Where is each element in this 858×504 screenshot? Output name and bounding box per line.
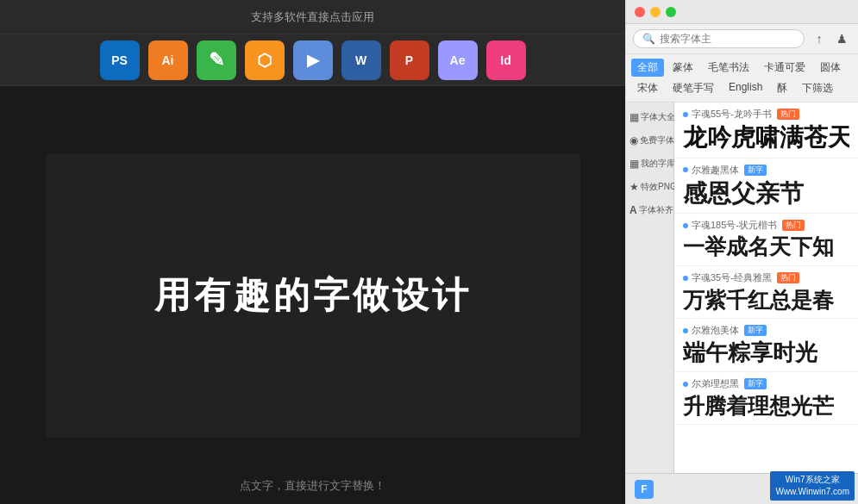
font-name-2: 字魂185号-状元楷书 [692,219,777,232]
font-name-3: 字魂35号-经典雅黑 [692,271,772,284]
app-icons-row: PS Ai ✎ ⬡ ▶ W P Ae Id [0,34,625,86]
font-name-1: 尔雅趣黑体 [692,164,739,177]
id-icon[interactable]: Id [486,40,526,80]
tab-filter[interactable]: 下筛选 [796,79,839,97]
tab-cartoon[interactable]: 卡通可爱 [758,59,811,77]
tab-round[interactable]: 圆体 [814,59,847,77]
font-dot-3 [683,276,688,281]
font-preview-2: 一举成名天下知 [683,234,849,260]
title-bar [626,0,858,24]
sidebar-item-label: 字体大全 [641,111,675,123]
sidebar-item-special-png[interactable]: ★ 特效PNG [626,176,673,198]
sidebar-item-label: 免费字体 [640,134,674,146]
close-button[interactable] [635,7,645,17]
tab-all[interactable]: 全部 [631,59,664,77]
sidebar-item-label: 字体补齐 [639,204,673,216]
canvas-area: 用有趣的字做设计 点文字，直接进行文字替换！ [0,86,625,504]
tab-maobi[interactable]: 毛笔书法 [702,59,755,77]
canvas-content[interactable]: 用有趣的字做设计 [46,153,580,438]
watermark-box: Win7系统之家 Www.Winwin7.com [770,471,855,501]
watermark-line1: Win7系统之家 [775,474,849,486]
font-item-4[interactable]: 尔雅泡美体 新字 端午粽享时光 [674,319,858,372]
sidebar-item-label: 我的字库 [641,158,675,170]
sidebar-nav: ▦ 字体大全 ◉ 免费字体 ▦ 我的字库 ★ 特效PNG A 字体补齐 [626,103,674,473]
font-library-icon: ▦ [629,111,639,123]
font-item-header-1: 尔雅趣黑体 新字 [683,164,849,177]
font-item-3[interactable]: 字魂35号-经典雅黑 热门 万紫千红总是春 [674,266,858,319]
font-tag-3: 热门 [777,272,799,283]
font-dot-5 [683,382,688,387]
search-icon: 🔍 [642,33,655,45]
font-item-header-0: 字魂55号-龙吟手书 热门 [683,108,849,121]
font-tag-2: 热门 [782,220,805,231]
my-fonts-icon: ▦ [629,158,639,170]
font-item-header-5: 尔弟理想黑 新字 [683,377,849,390]
word-icon[interactable]: W [341,40,381,80]
font-item-0[interactable]: 字魂55号-龙吟手书 热门 龙吟虎啸满苍天 [674,103,858,159]
font-item-header-4: 尔雅泡美体 新字 [683,324,849,337]
font-tag-1: 新字 [744,165,767,176]
sketch-icon[interactable]: ⬡ [245,40,285,80]
font-preview-4: 端午粽享时光 [683,339,849,366]
special-png-icon: ★ [629,181,639,193]
supplement-icon: A [629,204,637,216]
font-preview-0: 龙吟虎啸满苍天 [683,123,849,152]
right-panel: 🔍 ↑ ♟ 全部 篆体 毛笔书法 卡通可爱 圆体 宋体 硬笔手写 English… [625,0,858,504]
top-bar: 支持多软件直接点击应用 [0,0,625,34]
font-preview-3: 万紫千红总是春 [683,287,849,313]
upload-icon[interactable]: ↑ [810,29,829,48]
font-tag-0: 热门 [777,109,799,120]
font-name-4: 尔雅泡美体 [692,324,739,337]
bottom-logo[interactable]: F [635,480,654,499]
font-item-2[interactable]: 字魂185号-状元楷书 热门 一举成名天下知 [674,214,858,266]
keynote-icon[interactable]: ▶ [293,40,333,80]
ae-icon[interactable]: Ae [438,40,478,80]
watermark: Win7系统之家 Www.Winwin7.com [770,471,855,501]
font-dot-4 [683,328,688,333]
ppt-icon[interactable]: P [390,40,429,80]
category-tabs: 全部 篆体 毛笔书法 卡通可爱 圆体 宋体 硬笔手写 English 酥 下筛选 [626,54,858,103]
font-preview-1: 感恩父亲节 [683,179,849,208]
search-input[interactable] [660,33,795,45]
font-name-0: 字魂55号-龙吟手书 [692,108,772,121]
font-dot-0 [683,112,688,117]
main-area: 支持多软件直接点击应用 PS Ai ✎ ⬡ ▶ W P Ae Id [0,0,625,504]
watermark-line2: Www.Winwin7.com [775,486,849,498]
header-icons: ↑ ♟ [810,29,851,48]
tab-zhuan[interactable]: 篆体 [667,59,699,77]
sidebar-item-my-fonts[interactable]: ▦ 我的字库 [626,152,673,175]
font-dot-2 [683,223,688,228]
free-fonts-icon: ◉ [629,134,638,146]
font-tag-5: 新字 [744,378,767,389]
font-dot-1 [683,167,688,172]
sidebar-item-font-library[interactable]: ▦ 字体大全 [626,106,673,128]
font-item-header-2: 字魂185号-状元楷书 热门 [683,219,849,232]
font-name-5: 尔弟理想黑 [692,377,739,390]
font-item-1[interactable]: 尔雅趣黑体 新字 感恩父亲节 [674,159,858,215]
font-list: 字魂55号-龙吟手书 热门 龙吟虎啸满苍天 尔雅趣黑体 新字 感恩父亲节 字魂1… [674,103,858,473]
tab-other[interactable]: 酥 [771,79,793,97]
note-icon[interactable]: ✎ [197,40,236,80]
ps-icon[interactable]: PS [100,40,140,80]
sidebar-item-free-fonts[interactable]: ◉ 免费字体 [626,129,673,152]
sidebar-item-label: 特效PNG [641,181,677,193]
tab-english[interactable]: English [723,79,768,97]
tab-song[interactable]: 宋体 [631,79,664,97]
canvas-main-text: 用有趣的字做设计 [154,271,472,320]
minimize-button[interactable] [650,7,661,17]
search-bar: 🔍 ↑ ♟ [626,24,858,54]
maximize-button[interactable] [666,7,676,17]
font-item-5[interactable]: 尔弟理想黑 新字 升腾着理想光芒 [674,372,858,425]
font-tag-4: 新字 [744,325,767,336]
font-item-header-3: 字魂35号-经典雅黑 热门 [683,271,849,284]
tab-handwrite[interactable]: 硬笔手写 [667,79,720,97]
top-bar-text: 支持多软件直接点击应用 [251,9,374,25]
bottom-hint-text: 点文字，直接进行文字替换！ [240,478,385,494]
sidebar-item-supplement[interactable]: A 字体补齐 [626,199,673,221]
ai-icon[interactable]: Ai [148,40,188,80]
font-preview-5: 升腾着理想光芒 [683,393,849,419]
user-icon[interactable]: ♟ [832,29,851,48]
search-input-wrap: 🔍 [633,29,805,48]
content-area: ▦ 字体大全 ◉ 免费字体 ▦ 我的字库 ★ 特效PNG A 字体补齐 [626,103,858,473]
